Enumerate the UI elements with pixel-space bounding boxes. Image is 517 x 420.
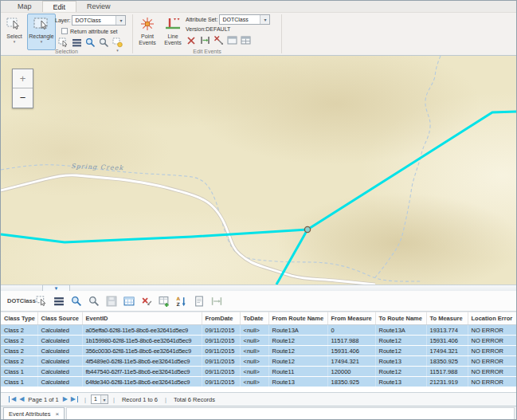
column-header-from-route-name[interactable]: From Route Name bbox=[268, 312, 327, 325]
chevron-down-icon: ▾ bbox=[41, 40, 43, 44]
measure-brackets-icon[interactable] bbox=[211, 296, 222, 307]
edit-events-group-label: Edit Events bbox=[133, 49, 281, 54]
rectangle-select-icon bbox=[32, 14, 51, 33]
zoom-to-selection-icon[interactable] bbox=[71, 296, 82, 307]
red-x-icon[interactable] bbox=[186, 35, 197, 45]
layer-label: Layer: bbox=[55, 18, 70, 23]
pan-to-selection-icon[interactable] bbox=[88, 296, 100, 307]
panel-divider[interactable]: ▼ bbox=[1, 285, 516, 291]
map-zoom-control: + − bbox=[12, 69, 33, 108]
last-page-button[interactable]: ▶ bbox=[71, 396, 78, 402]
panel-toolbar: A Z bbox=[36, 296, 222, 307]
ribbon-tab-strip: Map Edit Review bbox=[1, 1, 516, 13]
list-icon[interactable] bbox=[72, 37, 82, 48]
attribute-table-icon[interactable] bbox=[123, 296, 135, 307]
select-features-box-icon[interactable] bbox=[58, 37, 69, 48]
tab-edit[interactable]: Edit bbox=[42, 1, 77, 12]
table-add-icon[interactable] bbox=[159, 296, 170, 307]
point-events-button[interactable]: Point Events bbox=[135, 14, 159, 50]
column-header-location-error[interactable]: Location Error bbox=[468, 312, 516, 325]
table-row[interactable]: Class 2 Calculated a05effa0-62f8-11e5-8b… bbox=[1, 325, 516, 336]
select-cursor-icon bbox=[6, 14, 23, 33]
total-records-label: Total 6 Records bbox=[174, 396, 215, 403]
table-row[interactable]: Class 2 Calculated 356c0030-62f8-11e5-8b… bbox=[1, 346, 516, 356]
first-page-button[interactable]: ◀ bbox=[9, 396, 16, 402]
table-row[interactable]: Class 1 Calculated fb447540-62f7-11e5-8b… bbox=[1, 367, 516, 377]
route-event-line-west[interactable] bbox=[1, 230, 307, 242]
window-icon[interactable] bbox=[227, 35, 237, 45]
column-header-eventid[interactable]: EventID bbox=[82, 312, 202, 325]
previous-page-button[interactable]: ◀ bbox=[19, 396, 24, 402]
save-icon[interactable] bbox=[106, 296, 117, 307]
record-range-label: Record 1 to 6 bbox=[122, 396, 158, 403]
magnifier-icon[interactable] bbox=[99, 37, 109, 48]
column-header-from-measure[interactable]: From Measure bbox=[327, 312, 375, 325]
line-events-button[interactable]: Line Events bbox=[161, 14, 185, 50]
column-header-fromdate[interactable]: FromDate bbox=[202, 312, 240, 325]
road-line bbox=[1, 175, 375, 285]
return-attribute-set-checkbox[interactable] bbox=[61, 28, 68, 34]
bottom-tab-strip: Event Attributes × bbox=[1, 406, 516, 420]
ribbon: Map Edit Review Select ▾ bbox=[1, 1, 516, 56]
zoom-to-selection-icon[interactable] bbox=[85, 37, 96, 48]
split-arrows-icon[interactable] bbox=[200, 35, 210, 45]
tab-review[interactable]: Review bbox=[76, 1, 121, 12]
group-separator bbox=[281, 14, 282, 53]
zoom-in-button[interactable]: + bbox=[13, 69, 33, 88]
chevron-down-icon[interactable]: ▾ bbox=[260, 15, 269, 24]
chevron-down-icon: ▾ bbox=[14, 40, 16, 44]
column-header-todate[interactable]: ToDate bbox=[240, 312, 268, 325]
tab-event-attributes[interactable]: Event Attributes × bbox=[3, 407, 65, 420]
return-attribute-set-label: Return attribute set bbox=[70, 29, 118, 34]
table-header-row: Class Type Class Source EventID FromDate… bbox=[1, 312, 516, 325]
remove-selection-icon[interactable] bbox=[141, 296, 152, 307]
select-tool-button[interactable]: Select ▾ bbox=[2, 14, 26, 50]
layer-combobox[interactable]: DOTClass ▾ bbox=[72, 15, 126, 26]
creek-line bbox=[1, 165, 421, 281]
sort-az-icon[interactable]: A Z bbox=[176, 296, 187, 307]
window-grid-icon[interactable] bbox=[241, 35, 251, 45]
collapse-arrow-icon: ▼ bbox=[54, 286, 59, 291]
table-row[interactable]: Class 1 Calculated 64fde340-62f8-11e5-8b… bbox=[1, 377, 516, 387]
group-separator bbox=[132, 14, 133, 53]
chevron-down-icon[interactable]: ▾ bbox=[100, 395, 108, 403]
page-selector[interactable]: 1 ▾ bbox=[91, 394, 108, 404]
tab-strip-well bbox=[66, 407, 515, 420]
column-header-to-route-name[interactable]: To Route Name bbox=[375, 312, 426, 325]
pagination-bar: ◀ ◀ Page 1 of 1 ▶ ▶ | 1 ▾ | Record 1 to … bbox=[1, 392, 516, 406]
x-arrow-icon[interactable] bbox=[213, 35, 224, 45]
svg-text:A: A bbox=[177, 296, 181, 300]
attribute-set-label: Attribute Set: bbox=[186, 17, 217, 22]
event-attributes-table: Class Type Class Source EventID FromDate… bbox=[1, 312, 517, 387]
table-row[interactable]: Class 2 Calculated 1b159980-62f8-11e5-8b… bbox=[1, 336, 516, 346]
column-header-class-source[interactable]: Class Source bbox=[37, 312, 82, 325]
creek-label: Spring Creek bbox=[71, 163, 123, 171]
attribute-panel-header: DOTClass bbox=[1, 291, 516, 312]
tab-map[interactable]: Map bbox=[7, 1, 42, 12]
panel-title: DOTClass bbox=[7, 297, 34, 304]
svg-text:Z: Z bbox=[177, 302, 181, 307]
version-label: Version:DEFAULT bbox=[186, 26, 230, 32]
event-editor-window: Map Edit Review Select ▾ bbox=[0, 0, 517, 420]
road-line bbox=[1, 175, 375, 285]
table-row[interactable]: Class 2 Calculated 4f5489e0-62f8-11e5-8b… bbox=[1, 356, 516, 367]
line-events-icon bbox=[164, 14, 182, 33]
chevron-down-icon[interactable]: ▾ bbox=[116, 16, 125, 25]
show-selected-records-icon[interactable] bbox=[53, 296, 65, 307]
column-header-class-type[interactable]: Class Type bbox=[1, 312, 37, 325]
zoom-out-button[interactable]: − bbox=[13, 88, 33, 108]
selection-group-label: Selection bbox=[1, 49, 132, 54]
close-icon[interactable]: × bbox=[56, 411, 60, 418]
page-note-icon[interactable] bbox=[194, 296, 205, 307]
next-page-button[interactable]: ▶ bbox=[63, 396, 68, 402]
route-junction-marker[interactable] bbox=[304, 226, 310, 232]
rectangle-tool-button[interactable]: Rectangle ▾ bbox=[27, 14, 56, 50]
page-label: Page 1 of 1 bbox=[28, 396, 58, 403]
select-box-icon[interactable] bbox=[36, 296, 47, 307]
attribute-set-combobox[interactable]: DOTClass ▾ bbox=[219, 14, 270, 25]
column-header-to-measure[interactable]: To Measure bbox=[426, 312, 468, 325]
map-view[interactable]: Spring Creek + − bbox=[1, 56, 516, 285]
point-events-icon bbox=[139, 14, 156, 33]
route-event-line-northeast[interactable] bbox=[307, 112, 516, 230]
